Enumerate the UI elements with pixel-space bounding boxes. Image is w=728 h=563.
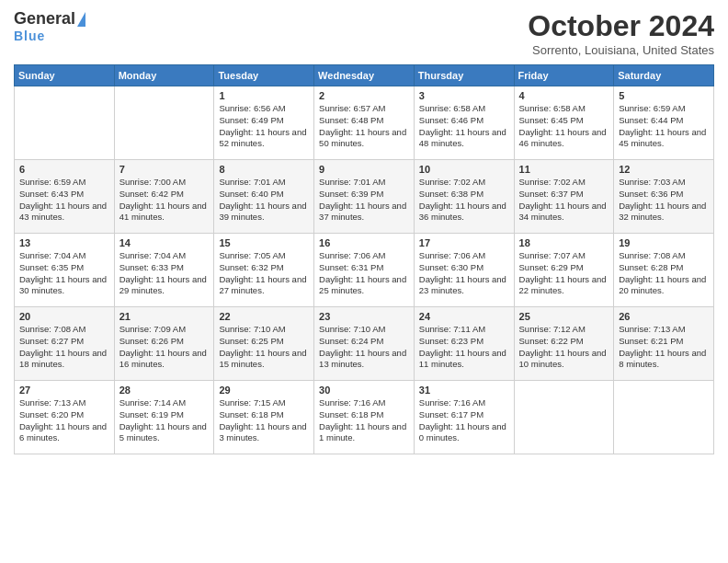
table-row: 13Sunrise: 7:04 AM Sunset: 6:35 PM Dayli… xyxy=(15,234,115,307)
day-info: Sunrise: 7:04 AM Sunset: 6:35 PM Dayligh… xyxy=(19,250,109,297)
table-row: 28Sunrise: 7:14 AM Sunset: 6:19 PM Dayli… xyxy=(114,381,214,454)
day-info: Sunrise: 6:58 AM Sunset: 6:45 PM Dayligh… xyxy=(519,103,609,150)
table-row: 23Sunrise: 7:10 AM Sunset: 6:24 PM Dayli… xyxy=(314,307,415,381)
day-number: 27 xyxy=(19,385,109,396)
col-sunday: Sunday xyxy=(15,65,115,86)
day-number: 8 xyxy=(219,164,309,175)
table-row: 24Sunrise: 7:11 AM Sunset: 6:23 PM Dayli… xyxy=(414,307,514,381)
table-row: 26Sunrise: 7:13 AM Sunset: 6:21 PM Dayli… xyxy=(614,307,714,381)
day-number: 25 xyxy=(519,311,609,322)
day-number: 12 xyxy=(619,164,709,175)
day-number: 13 xyxy=(19,237,109,248)
day-info: Sunrise: 7:04 AM Sunset: 6:33 PM Dayligh… xyxy=(119,250,210,297)
col-tuesday: Tuesday xyxy=(214,65,314,86)
day-number: 22 xyxy=(219,311,309,322)
day-info: Sunrise: 7:11 AM Sunset: 6:23 PM Dayligh… xyxy=(419,324,509,371)
table-row: 20Sunrise: 7:08 AM Sunset: 6:27 PM Dayli… xyxy=(15,307,115,381)
day-number: 30 xyxy=(319,385,409,396)
day-info: Sunrise: 6:57 AM Sunset: 6:48 PM Dayligh… xyxy=(319,103,409,150)
day-number: 16 xyxy=(319,237,409,248)
calendar-week-row: 27Sunrise: 7:13 AM Sunset: 6:20 PM Dayli… xyxy=(15,381,714,454)
day-number: 24 xyxy=(419,311,509,322)
location: Sorrento, Louisiana, United States xyxy=(528,43,714,57)
calendar-week-row: 6Sunrise: 6:59 AM Sunset: 6:43 PM Daylig… xyxy=(15,160,714,234)
day-number: 15 xyxy=(219,237,309,248)
day-number: 17 xyxy=(419,237,509,248)
day-info: Sunrise: 7:13 AM Sunset: 6:20 PM Dayligh… xyxy=(19,397,109,444)
logo-triangle-icon xyxy=(77,12,85,27)
day-info: Sunrise: 7:06 AM Sunset: 6:30 PM Dayligh… xyxy=(419,250,509,297)
day-info: Sunrise: 7:09 AM Sunset: 6:26 PM Dayligh… xyxy=(119,324,210,371)
table-row: 22Sunrise: 7:10 AM Sunset: 6:25 PM Dayli… xyxy=(214,307,314,381)
day-info: Sunrise: 7:14 AM Sunset: 6:19 PM Dayligh… xyxy=(119,397,210,444)
table-row: 27Sunrise: 7:13 AM Sunset: 6:20 PM Dayli… xyxy=(15,381,115,454)
table-row xyxy=(614,381,714,454)
calendar-week-row: 13Sunrise: 7:04 AM Sunset: 6:35 PM Dayli… xyxy=(15,234,714,307)
day-number: 31 xyxy=(419,385,509,396)
table-row: 3Sunrise: 6:58 AM Sunset: 6:46 PM Daylig… xyxy=(414,86,514,160)
day-number: 7 xyxy=(119,164,210,175)
day-info: Sunrise: 7:08 AM Sunset: 6:27 PM Dayligh… xyxy=(19,324,109,371)
table-row: 14Sunrise: 7:04 AM Sunset: 6:33 PM Dayli… xyxy=(114,234,214,307)
table-row: 4Sunrise: 6:58 AM Sunset: 6:45 PM Daylig… xyxy=(514,86,614,160)
day-info: Sunrise: 7:10 AM Sunset: 6:24 PM Dayligh… xyxy=(319,324,409,371)
header: General Blue October 2024 Sorrento, Loui… xyxy=(14,9,714,57)
day-info: Sunrise: 7:02 AM Sunset: 6:38 PM Dayligh… xyxy=(419,177,509,224)
day-number: 29 xyxy=(219,385,309,396)
day-info: Sunrise: 6:56 AM Sunset: 6:49 PM Dayligh… xyxy=(219,103,309,150)
day-info: Sunrise: 7:00 AM Sunset: 6:42 PM Dayligh… xyxy=(119,177,210,224)
day-info: Sunrise: 7:13 AM Sunset: 6:21 PM Dayligh… xyxy=(619,324,709,371)
page: General Blue October 2024 Sorrento, Loui… xyxy=(0,0,728,563)
day-number: 5 xyxy=(619,90,709,101)
day-number: 18 xyxy=(519,237,609,248)
table-row: 1Sunrise: 6:56 AM Sunset: 6:49 PM Daylig… xyxy=(214,86,314,160)
day-number: 11 xyxy=(519,164,609,175)
table-row: 31Sunrise: 7:16 AM Sunset: 6:17 PM Dayli… xyxy=(414,381,514,454)
day-info: Sunrise: 7:03 AM Sunset: 6:36 PM Dayligh… xyxy=(619,177,709,224)
logo: General Blue xyxy=(14,9,85,43)
day-info: Sunrise: 7:02 AM Sunset: 6:37 PM Dayligh… xyxy=(519,177,609,224)
day-number: 3 xyxy=(419,90,509,101)
table-row xyxy=(15,86,115,160)
day-number: 14 xyxy=(119,237,210,248)
table-row: 7Sunrise: 7:00 AM Sunset: 6:42 PM Daylig… xyxy=(114,160,214,234)
day-info: Sunrise: 7:12 AM Sunset: 6:22 PM Dayligh… xyxy=(519,324,609,371)
table-row: 2Sunrise: 6:57 AM Sunset: 6:48 PM Daylig… xyxy=(314,86,415,160)
table-row: 30Sunrise: 7:16 AM Sunset: 6:18 PM Dayli… xyxy=(314,381,415,454)
day-info: Sunrise: 7:10 AM Sunset: 6:25 PM Dayligh… xyxy=(219,324,309,371)
calendar-header-row: Sunday Monday Tuesday Wednesday Thursday… xyxy=(15,65,714,86)
col-saturday: Saturday xyxy=(614,65,714,86)
month-title: October 2024 xyxy=(528,9,714,43)
day-info: Sunrise: 7:01 AM Sunset: 6:40 PM Dayligh… xyxy=(219,177,309,224)
day-number: 6 xyxy=(19,164,109,175)
table-row: 19Sunrise: 7:08 AM Sunset: 6:28 PM Dayli… xyxy=(614,234,714,307)
day-number: 4 xyxy=(519,90,609,101)
table-row: 17Sunrise: 7:06 AM Sunset: 6:30 PM Dayli… xyxy=(414,234,514,307)
table-row: 21Sunrise: 7:09 AM Sunset: 6:26 PM Dayli… xyxy=(114,307,214,381)
table-row xyxy=(114,86,214,160)
day-info: Sunrise: 7:06 AM Sunset: 6:31 PM Dayligh… xyxy=(319,250,409,297)
logo-general-text: General xyxy=(14,9,75,29)
day-number: 9 xyxy=(319,164,409,175)
day-info: Sunrise: 7:16 AM Sunset: 6:17 PM Dayligh… xyxy=(419,397,509,444)
table-row: 15Sunrise: 7:05 AM Sunset: 6:32 PM Dayli… xyxy=(214,234,314,307)
col-wednesday: Wednesday xyxy=(314,65,415,86)
day-info: Sunrise: 7:07 AM Sunset: 6:29 PM Dayligh… xyxy=(519,250,609,297)
day-info: Sunrise: 7:01 AM Sunset: 6:39 PM Dayligh… xyxy=(319,177,409,224)
day-info: Sunrise: 7:16 AM Sunset: 6:18 PM Dayligh… xyxy=(319,397,409,444)
table-row xyxy=(514,381,614,454)
logo-blue-text: Blue xyxy=(14,29,45,43)
col-friday: Friday xyxy=(514,65,614,86)
day-info: Sunrise: 7:15 AM Sunset: 6:18 PM Dayligh… xyxy=(219,397,309,444)
table-row: 18Sunrise: 7:07 AM Sunset: 6:29 PM Dayli… xyxy=(514,234,614,307)
table-row: 10Sunrise: 7:02 AM Sunset: 6:38 PM Dayli… xyxy=(414,160,514,234)
day-number: 2 xyxy=(319,90,409,101)
day-info: Sunrise: 6:59 AM Sunset: 6:44 PM Dayligh… xyxy=(619,103,709,150)
day-info: Sunrise: 7:05 AM Sunset: 6:32 PM Dayligh… xyxy=(219,250,309,297)
col-thursday: Thursday xyxy=(414,65,514,86)
table-row: 12Sunrise: 7:03 AM Sunset: 6:36 PM Dayli… xyxy=(614,160,714,234)
day-info: Sunrise: 6:59 AM Sunset: 6:43 PM Dayligh… xyxy=(19,177,109,224)
table-row: 5Sunrise: 6:59 AM Sunset: 6:44 PM Daylig… xyxy=(614,86,714,160)
day-number: 10 xyxy=(419,164,509,175)
day-info: Sunrise: 6:58 AM Sunset: 6:46 PM Dayligh… xyxy=(419,103,509,150)
